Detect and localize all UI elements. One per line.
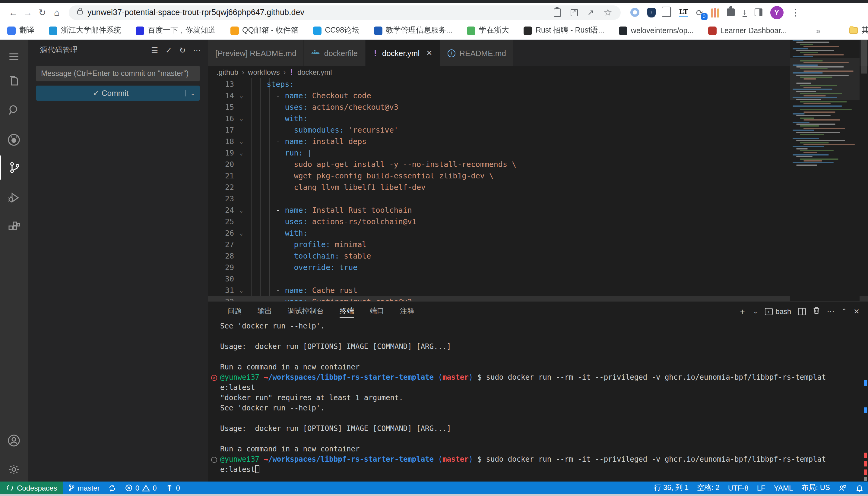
commit-check-icon[interactable]: ✓ — [165, 46, 172, 55]
minimap[interactable] — [790, 40, 859, 301]
bookmarks-overflow-chevron[interactable]: » — [816, 26, 821, 35]
breadcrumb-item[interactable]: workflows — [248, 68, 280, 77]
kill-terminal-icon[interactable] — [812, 306, 820, 316]
bookmark-item[interactable]: 学在浙大 — [467, 25, 509, 35]
fold-chevron-icon[interactable]: ⌄ — [234, 136, 249, 147]
panel-tab[interactable]: 终端 — [340, 302, 354, 321]
eol-indicator[interactable]: LF — [753, 482, 770, 494]
code-line[interactable]: 19⌄ run: | — [208, 147, 868, 158]
sidebar-toggle-icon[interactable] — [754, 9, 762, 16]
fold-chevron-icon[interactable]: ⌄ — [234, 204, 249, 216]
bookmark-item[interactable]: Learner Dashboar... — [708, 26, 787, 35]
bookmark-star-icon[interactable]: ☆ — [603, 6, 612, 18]
encoding-indicator[interactable]: UTF-8 — [724, 482, 753, 494]
ext-languagetool-icon[interactable]: LT — [679, 8, 688, 17]
bookmark-item[interactable]: QQ邮箱 - 收件箱 — [230, 25, 298, 35]
menu-icon[interactable] — [0, 45, 28, 69]
split-terminal-icon[interactable] — [798, 308, 806, 315]
code-line[interactable]: 24⌄ - name: Install Rust toolchain — [208, 204, 868, 216]
back-icon[interactable]: ← — [6, 7, 20, 17]
ext-ring-icon[interactable] — [630, 8, 639, 17]
panel-tab[interactable]: 问题 — [227, 302, 242, 321]
breadcrumb[interactable]: .github›workflows›!docker.yml — [208, 66, 868, 78]
terminal-instance-item[interactable]: › bash — [765, 307, 791, 315]
other-bookmarks[interactable]: 其他书签 — [850, 25, 868, 35]
breadcrumb-item[interactable]: .github — [216, 68, 238, 77]
bookmark-item[interactable]: Rust 招聘 - Rust语... — [524, 25, 604, 35]
extensions-puzzle-icon[interactable] — [727, 9, 735, 16]
tab--preview-readme-md[interactable]: [Preview] README.md — [208, 40, 304, 66]
source-control-icon[interactable] — [0, 155, 28, 180]
terminal-profile-chevron[interactable]: ⌄ — [753, 308, 758, 314]
panel-tab[interactable]: 端口 — [370, 302, 384, 321]
sync-changes-icon[interactable] — [104, 482, 121, 494]
code-line[interactable]: 20 sudo apt-get install -y --no-install-… — [208, 158, 868, 170]
fold-chevron-icon[interactable]: ⌄ — [234, 90, 249, 101]
extensions-icon[interactable] — [0, 215, 28, 239]
code-line[interactable]: 15 uses: actions/checkout@v3 — [208, 101, 868, 113]
code-line[interactable]: 32 uses: Swatinem/rust-cache@v2 — [208, 296, 868, 301]
panel-tab[interactable]: 输出 — [257, 302, 272, 321]
profile-avatar[interactable]: Y — [770, 6, 783, 19]
home-icon[interactable]: ⌂ — [49, 7, 64, 17]
fold-chevron-icon[interactable]: ⌄ — [234, 147, 249, 158]
panel-tab[interactable]: 调试控制台 — [288, 302, 324, 321]
explorer-icon[interactable] — [0, 69, 28, 93]
tab-docker-yml[interactable]: !docker.yml✕ — [365, 40, 440, 66]
downloads-icon[interactable]: ↓ — [743, 8, 746, 17]
search-icon[interactable] — [0, 98, 28, 122]
maximize-panel-icon[interactable]: ⌃ — [841, 307, 847, 315]
ext-pages-icon[interactable] — [663, 8, 671, 17]
panel-tab[interactable]: 注释 — [400, 302, 414, 321]
code-line[interactable]: 13 steps: — [208, 78, 868, 90]
commit-message-input[interactable]: Message (Ctrl+Enter to commit on "master… — [36, 66, 200, 81]
code-line[interactable]: 28 toolchain: stable — [208, 250, 868, 262]
ext-sync-icon[interactable]: ⟳0 — [696, 7, 703, 17]
line-col-indicator[interactable]: 行 36, 列 1 — [650, 482, 693, 494]
code-line[interactable]: 27 profile: minimal — [208, 239, 868, 250]
ext-crayons-icon[interactable] — [711, 7, 719, 17]
breadcrumb-item[interactable]: docker.yml — [297, 68, 332, 77]
code-line[interactable]: 17 submodules: 'recursive' — [208, 124, 868, 136]
panel-more-icon[interactable]: ⋯ — [827, 307, 835, 316]
run-debug-icon[interactable] — [0, 186, 28, 210]
fold-chevron-icon[interactable]: ⌄ — [234, 284, 249, 296]
bookmark-item[interactable]: 百度一下，你就知道 — [136, 25, 216, 35]
address-bar[interactable]: yunwei37-potential-space-trout-rpr5qwj66… — [69, 5, 621, 19]
bookmark-item[interactable]: 教学管理信息服务... — [374, 25, 452, 35]
bookmark-item[interactable]: weloveinterns/op... — [619, 26, 694, 35]
layout-indicator[interactable]: 布局: US — [797, 482, 834, 494]
lock-icon[interactable] — [77, 10, 83, 14]
remote-indicator[interactable]: Codespaces — [0, 482, 63, 494]
code-line[interactable]: 16⌄ with: — [208, 113, 868, 124]
settings-gear-icon[interactable] — [0, 458, 28, 482]
url-text[interactable]: yunwei37-potential-space-trout-rpr5qwj66… — [88, 8, 554, 17]
bookmark-item[interactable]: 浙江大学邮件系统 — [49, 25, 121, 35]
language-indicator[interactable]: YAML — [770, 482, 797, 494]
notifications-bell-icon[interactable] — [851, 482, 868, 494]
terminal-output[interactable]: See 'docker run --help'.Usage: docker ru… — [208, 321, 868, 482]
open-in-new-icon[interactable] — [571, 9, 578, 16]
forward-icon[interactable]: → — [20, 7, 35, 17]
more-actions-icon[interactable]: ⋯ — [193, 46, 201, 55]
github-icon[interactable] — [0, 128, 28, 152]
branch-indicator[interactable]: master — [63, 482, 104, 494]
code-line[interactable]: 23 — [208, 193, 868, 204]
feedback-icon[interactable] — [834, 482, 851, 494]
bookmark-item[interactable]: CC98论坛 — [313, 25, 359, 35]
tab-dockerfile[interactable]: dockerfile — [304, 40, 365, 66]
code-line[interactable]: 22 clang llvm libelf1 libelf-dev — [208, 182, 868, 193]
problems-indicator[interactable]: 0 0 — [121, 482, 161, 494]
code-line[interactable]: 30 — [208, 273, 868, 284]
bookmark-item[interactable]: 翻译 — [7, 25, 34, 35]
ext-shield-icon[interactable]: › — [647, 7, 656, 17]
close-tab-icon[interactable]: ✕ — [426, 49, 432, 57]
accounts-icon[interactable] — [0, 429, 28, 453]
clipboard-icon[interactable] — [554, 8, 561, 17]
tab-readme-md[interactable]: iREADME.md — [440, 40, 514, 66]
command-running-icon[interactable] — [211, 456, 217, 463]
code-editor[interactable]: 13 steps:14⌄ - name: Checkout code15 use… — [208, 78, 868, 301]
code-line[interactable]: 21 wget pkg-config build-essential zlib1… — [208, 170, 868, 182]
code-line[interactable]: 14⌄ - name: Checkout code — [208, 90, 868, 101]
code-line[interactable]: 26⌄ with: — [208, 227, 868, 239]
